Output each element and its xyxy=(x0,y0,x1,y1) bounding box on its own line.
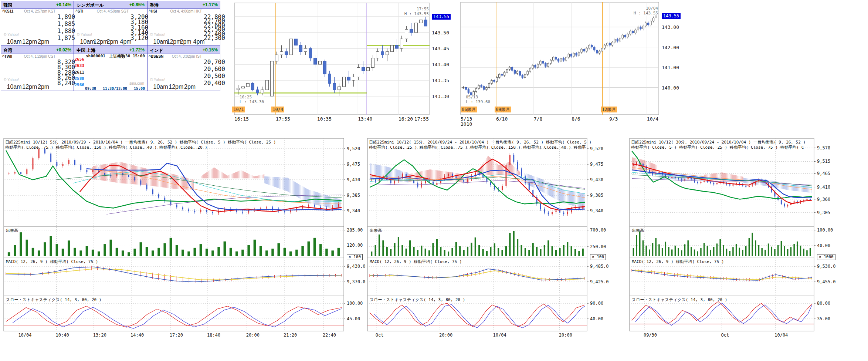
nikkei-5min-volume-ytick: 285.00 xyxy=(347,227,363,233)
fx-intraday-ytick: 143.45 xyxy=(432,46,449,51)
singapore-time: Oct 4, 4:59pm SGT xyxy=(97,9,129,13)
nikkei-5min-price-ytick: 9,520 xyxy=(347,146,360,151)
nikkei-30min-volume-ytick: 100.00 xyxy=(817,227,833,233)
china-shanghai-ytick: 2566 xyxy=(75,82,85,87)
india-xtick: 10am xyxy=(153,84,168,90)
fx-intraday-xtick: 17:55 xyxy=(276,116,290,122)
china-shanghai-xtick: 11:30/13:00 xyxy=(103,87,127,91)
hongkong-xtick: 10am xyxy=(153,38,168,45)
fx-daily-xtick: 6/10 xyxy=(496,116,508,122)
fx-intraday-high-annotation: 17:55H : 143.55 xyxy=(404,7,429,16)
m5-title-line2: 移動平均( Close, 75 ) 移動平均( Close, 150 ) 移動平… xyxy=(5,145,207,150)
nikkei-15min-volume-ytick: 700.00 xyxy=(590,227,606,233)
fx-intraday-xtick: 10:35 xyxy=(317,116,332,122)
nikkei-15min-xtick: 20:00 xyxy=(559,333,572,338)
nikkei-15min-xtick: 10/04 xyxy=(493,333,506,338)
india-ytick: 20,400 xyxy=(204,80,225,87)
nikkei-15min-price-ytick: 9,430 xyxy=(590,177,603,182)
m15-volume-label: 出来高 xyxy=(370,228,382,233)
singapore-ytick: 3,120 xyxy=(130,34,148,41)
nikkei-5min-xtick: 20:00 xyxy=(246,333,260,338)
china-shanghai-code: sh000001 xyxy=(86,54,105,58)
fx-daily-year: 2010 xyxy=(461,121,472,127)
fx-intraday-session-tag: 10/4 xyxy=(271,107,284,112)
korea-ytick: 1,880 xyxy=(57,27,75,34)
taiwan-xtick: 2pm xyxy=(38,84,49,90)
hongkong-xtick: 4pm xyxy=(193,38,205,45)
fx-daily-xtick: 10/4 xyxy=(647,116,658,122)
nikkei-15min-macd-ytick: 9,425.0 xyxy=(590,279,609,284)
china-shanghai-xtick: 15:00 xyxy=(134,87,145,91)
singapore-xtick: 12pm xyxy=(94,38,108,45)
china-shanghai-xtick: 09:30 xyxy=(85,87,96,91)
nikkei-5min-xtick: 13:20 xyxy=(93,333,106,338)
nikkei-5min-xtick: 10/04 xyxy=(18,333,31,338)
korea-watermark: © Yahoo! xyxy=(4,33,19,37)
fx-daily-low-annotation: 05/13L : 139.60 xyxy=(466,95,490,104)
nikkei-5min-xtick: 10:40 xyxy=(56,333,69,338)
m5-stoch-label: スロー・ストキャスティクス( 14, 3, 80, 20 ) xyxy=(6,297,101,303)
china-shanghai-ytick: 2633 xyxy=(75,63,85,68)
korea-xtick: 12pm xyxy=(22,38,37,45)
m5-volume-label: 出来高 xyxy=(6,228,18,233)
m15-stoch-label: スロー・ストキャスティクス( 14, 3, 80, 20 ) xyxy=(370,297,465,303)
nikkei-5min-xtick: 22:40 xyxy=(323,333,336,338)
nikkei-30min-price-ytick: 9,570 xyxy=(817,145,830,151)
nikkei-15min-stoch-ytick: 90.00 xyxy=(590,301,603,306)
korea-xtick: 2pm xyxy=(38,38,49,45)
fx-daily-ytick: 143.00 xyxy=(662,24,679,30)
nikkei-15min-xtick: Oct xyxy=(376,333,384,338)
china-shanghai-ytick: 2588 xyxy=(75,76,85,81)
india-ytick: 20,500 xyxy=(204,72,225,80)
fx-daily-ytick: 141.00 xyxy=(662,65,679,70)
nikkei-30min-xtick: 09/30 xyxy=(644,333,657,338)
fx-intraday-xtick: 13:40 xyxy=(358,116,372,122)
nikkei-5min-stoch-ytick: 45.00 xyxy=(347,316,360,321)
nikkei-30min-xtick: Oct xyxy=(721,333,729,338)
korea-time: Oct 4, 2:57pm KST xyxy=(24,9,55,13)
nikkei-15min-stoch-ytick: 40.00 xyxy=(590,316,603,321)
nikkei-30min-xtick: 10/04 xyxy=(774,333,788,338)
m30-scale-box: × 1000 xyxy=(817,254,835,260)
nikkei-15min-price-ytick: 9,340 xyxy=(590,208,603,213)
nikkei-30min-macd-ytick: 9,455.0 xyxy=(817,279,836,284)
korea-xtick: 10am xyxy=(7,38,22,45)
nikkei-5min-xtick: 18:40 xyxy=(207,333,220,338)
taiwan-time: Oct 4, 1:29pm CST xyxy=(24,54,55,58)
trading-dashboard: 韓国+0.14%シンガポール+0.85%香港+1.17%台湾+0.02%中国 上… xyxy=(0,0,868,361)
m15-title-line2: 移動平均( Close, 25 ) 移動平均( Close, 75 ) 移動平均… xyxy=(369,145,586,150)
chart-labels-layer: 日経225mini 10/12( 5分, 2010/09/29 - 2010/1… xyxy=(0,0,868,361)
india-ytick: 20,600 xyxy=(204,65,225,72)
m30-macd-label: MACD( 12, 26, 9 ) 移動平均( Close, 75 ) xyxy=(632,259,724,264)
nikkei-15min-volume-ytick: 250.00 xyxy=(590,244,606,249)
fx-daily-last-price: 143.55 xyxy=(662,13,681,19)
nikkei-5min-macd-ytick: 9,430.0 xyxy=(347,264,366,269)
india-time: Oct 4, 3:02pm IST xyxy=(172,54,202,58)
india-xtick: 2pm xyxy=(184,84,196,90)
hongkong-xtick: 2pm xyxy=(180,38,191,45)
nikkei-30min-stoch-ytick: 35.00 xyxy=(817,316,830,321)
nikkei-15min-xtick: 20:00 xyxy=(439,333,452,338)
nikkei-15min-price-ytick: 9,475 xyxy=(590,162,603,167)
fx-daily-xtick: 8/6 xyxy=(572,116,580,122)
fx-intraday-ytick: 143.40 xyxy=(432,62,449,67)
nikkei-30min-price-ytick: 9,410 xyxy=(817,185,830,190)
hongkong-ytick: 22,300 xyxy=(204,34,225,41)
korea-symbol: ^KS11 xyxy=(2,9,13,13)
fx-daily-xtick: 9/3 xyxy=(609,116,618,122)
singapore-watermark: © Yahoo! xyxy=(77,33,92,37)
taiwan-symbol: ^TWII xyxy=(2,54,12,58)
taiwan-ytick: 8,240 xyxy=(57,80,75,87)
singapore-xtick: 10am xyxy=(80,38,95,45)
hongkong-xtick: 12pm xyxy=(167,38,182,45)
fx-daily-high-annotation: 10/04H : 143.55 xyxy=(634,6,658,16)
nikkei-5min-stoch-ytick: 100.00 xyxy=(347,301,363,306)
nikkei-5min-xtick: 21:20 xyxy=(284,333,297,338)
m30-title-line2: 移動平均( Close, 5 ) 移動平均( Close, 25 ) 移動平均(… xyxy=(631,145,804,150)
m30-volume-label: 出来高 xyxy=(632,228,644,233)
india-watermark: © Yahoo! xyxy=(150,78,165,82)
singapore-symbol: ^STI xyxy=(75,9,83,13)
singapore-xtick: 2pm xyxy=(107,38,118,45)
hongkong-symbol: ^HSI xyxy=(149,9,157,13)
nikkei-5min-price-ytick: 9,430 xyxy=(347,177,360,182)
